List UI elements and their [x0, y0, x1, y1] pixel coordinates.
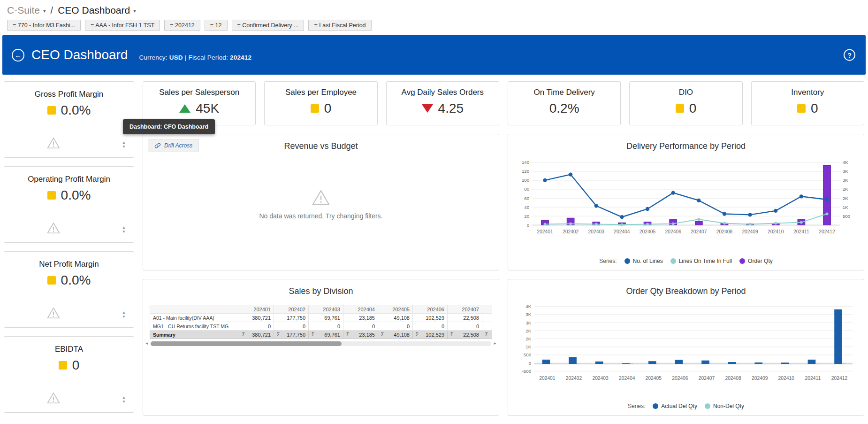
actual-del-qty-bar[interactable] [808, 360, 816, 364]
filter-chip-12[interactable]: = 12 [205, 20, 228, 31]
non-del-qty-bar[interactable] [630, 363, 633, 364]
back-button[interactable]: ← [12, 49, 24, 62]
spinner-down-icon[interactable]: ▼ [122, 400, 126, 404]
column-header-202404[interactable]: 202404 [343, 305, 378, 314]
breadcrumb-root[interactable]: C-Suite ▾ [7, 5, 46, 16]
lines-on-time-in-full-point[interactable] [826, 213, 829, 216]
actual-del-qty-bar[interactable] [569, 357, 577, 364]
lines-on-time-in-full-point[interactable] [749, 223, 752, 225]
lines-on-time-in-full-point[interactable] [800, 221, 803, 224]
no-of-lines-point[interactable] [620, 215, 624, 219]
lines-on-time-in-full-point[interactable] [774, 222, 777, 225]
lines-on-time-in-full-point[interactable] [620, 223, 623, 226]
non-del-qty-bar[interactable] [710, 364, 713, 364]
non-del-qty-bar[interactable] [550, 363, 553, 364]
filter-chip-aaa-infor-fsh-1-tst[interactable]: = AAA - Infor FSH 1 TST [85, 20, 160, 31]
non-del-qty-bar[interactable] [790, 364, 792, 364]
lines-on-time-in-full-point[interactable] [646, 223, 649, 225]
scroll-track[interactable] [151, 341, 491, 346]
table-row-a01-main-facility-div-aaa[interactable]: A01 - Main facility(DIV AAA)380,721177,7… [150, 314, 493, 322]
filter-chip-last-fiscal-period[interactable]: = Last Fiscal Period [308, 20, 371, 31]
lines-on-time-in-full-point[interactable] [697, 218, 700, 221]
no-of-lines-point[interactable] [799, 194, 803, 198]
sort-spinner[interactable]: ▲▼ [122, 311, 126, 319]
breadcrumb-current[interactable]: CEO Dashboard ▾ [58, 5, 136, 16]
non-del-qty-bar[interactable] [816, 364, 819, 364]
spinner-down-icon[interactable]: ▼ [122, 145, 126, 149]
kpi-card-gross-profit-margin[interactable]: Gross Profit Margin0.0%▲▼ [4, 81, 134, 158]
no-of-lines-point[interactable] [543, 178, 547, 182]
lines-on-time-in-full-point[interactable] [544, 223, 547, 225]
spinner-down-icon[interactable]: ▼ [122, 315, 126, 319]
table-row-mg1-cu-returns-facility-tst-mg[interactable]: MG1 - CU Returns facility TST MG0000000 [150, 322, 493, 331]
non-del-qty-bar[interactable] [763, 364, 766, 364]
kpi-card-ebidta[interactable]: EBIDTA0▲▼ [4, 336, 134, 413]
column-header-202407[interactable]: 202407 [448, 305, 482, 314]
actual-del-qty-bar[interactable] [728, 362, 736, 364]
non-del-qty-bar[interactable] [736, 364, 739, 364]
no-of-lines-point[interactable] [569, 172, 572, 176]
no-of-lines-point[interactable] [697, 199, 700, 202]
lines-on-time-in-full-point[interactable] [723, 222, 726, 225]
non-del-qty-bar[interactable] [603, 364, 606, 364]
kpi-card-inventory[interactable]: Inventory0 [751, 81, 864, 125]
actual-del-qty-bar[interactable] [675, 360, 683, 364]
legend-item-lines-on-time-in-full[interactable]: Lines On Time In Full [670, 258, 732, 264]
kpi-card-operating-profit-margin[interactable]: Operating Profit Margin0.0%▲▼ [4, 166, 134, 243]
spinner-up-icon[interactable]: ▲ [122, 396, 126, 400]
filter-chip-770-infor-m3-fashi[interactable]: = 770 - Infor M3 Fashi... [7, 20, 81, 31]
filter-chip-202412[interactable]: = 202412 [164, 20, 200, 31]
actual-del-qty-bar[interactable] [754, 362, 762, 364]
lines-on-time-in-full-point[interactable] [672, 223, 675, 225]
non-del-qty-bar[interactable] [843, 363, 845, 364]
actual-del-qty-bar[interactable] [622, 363, 630, 364]
spinner-up-icon[interactable]: ▲ [122, 226, 126, 230]
lines-on-time-in-full-point[interactable] [569, 223, 572, 225]
order-qty-bar[interactable] [823, 165, 831, 225]
column-header-202402[interactable]: 202402 [274, 305, 309, 314]
no-of-lines-point[interactable] [646, 207, 649, 211]
kpi-card-dio[interactable]: DIO0 [629, 81, 742, 125]
legend-item-order-qty[interactable]: Order Qty [739, 258, 773, 264]
actual-del-qty-bar[interactable] [542, 360, 550, 364]
scroll-right-icon[interactable]: ► [493, 342, 497, 346]
scroll-left-icon[interactable]: ◄ [145, 342, 149, 346]
actual-del-qty-bar[interactable] [701, 361, 709, 364]
kpi-card-sales-per-employee[interactable]: Sales per Employee0 [264, 81, 377, 125]
kpi-card-avg-daily-sales-orders[interactable]: Avg Daily Sales Orders4.25 [386, 81, 499, 125]
no-of-lines-point[interactable] [774, 209, 777, 213]
actual-del-qty-bar[interactable] [781, 362, 789, 364]
actual-del-qty-bar[interactable] [834, 309, 842, 364]
drill-across-button[interactable]: Drill Across [148, 139, 199, 152]
kpi-card-on-time-delivery[interactable]: On Time Delivery0.2% [508, 81, 621, 125]
kpi-card-sales-per-salesperson[interactable]: Sales per Salesperson45K [143, 81, 256, 125]
lines-on-time-in-full-point[interactable] [595, 223, 598, 225]
no-of-lines-point[interactable] [825, 198, 829, 201]
column-header-202405[interactable]: 202405 [378, 305, 413, 314]
no-of-lines-point[interactable] [748, 213, 752, 216]
actual-del-qty-bar[interactable] [595, 362, 603, 364]
sort-spinner[interactable]: ▲▼ [122, 396, 126, 404]
no-of-lines-point[interactable] [594, 204, 598, 208]
non-del-qty-bar[interactable] [683, 364, 686, 364]
column-header-202403[interactable]: 202403 [309, 305, 343, 314]
filter-chip-confirmed-delivery[interactable]: = Confirmed Delivery ... [232, 20, 305, 31]
spinner-up-icon[interactable]: ▲ [122, 311, 126, 315]
column-header-202406[interactable]: 202406 [413, 305, 448, 314]
help-button[interactable]: ? [844, 49, 855, 61]
order-qty-bar[interactable] [695, 221, 702, 225]
spinner-down-icon[interactable]: ▼ [122, 230, 126, 234]
non-del-qty-bar[interactable] [657, 364, 660, 364]
no-of-lines-point[interactable] [723, 212, 726, 216]
actual-del-qty-bar[interactable] [648, 361, 656, 364]
sort-spinner[interactable]: ▲▼ [122, 226, 126, 234]
kpi-card-net-profit-margin[interactable]: Net Profit Margin0.0%▲▼ [4, 251, 134, 328]
scroll-thumb[interactable] [151, 341, 342, 346]
legend-item-actual-del-qty[interactable]: Actual Del Qty [653, 403, 697, 409]
non-del-qty-bar[interactable] [577, 363, 580, 364]
sort-spinner[interactable]: ▲▼ [122, 141, 126, 149]
column-header-202401[interactable]: 202401 [239, 305, 274, 314]
legend-item-non-del-qty[interactable]: Non-Del Qty [705, 403, 744, 409]
table-horizontal-scrollbar[interactable]: ◄ ► [145, 340, 497, 347]
column-header-202408[interactable]: 202408 [482, 305, 493, 314]
